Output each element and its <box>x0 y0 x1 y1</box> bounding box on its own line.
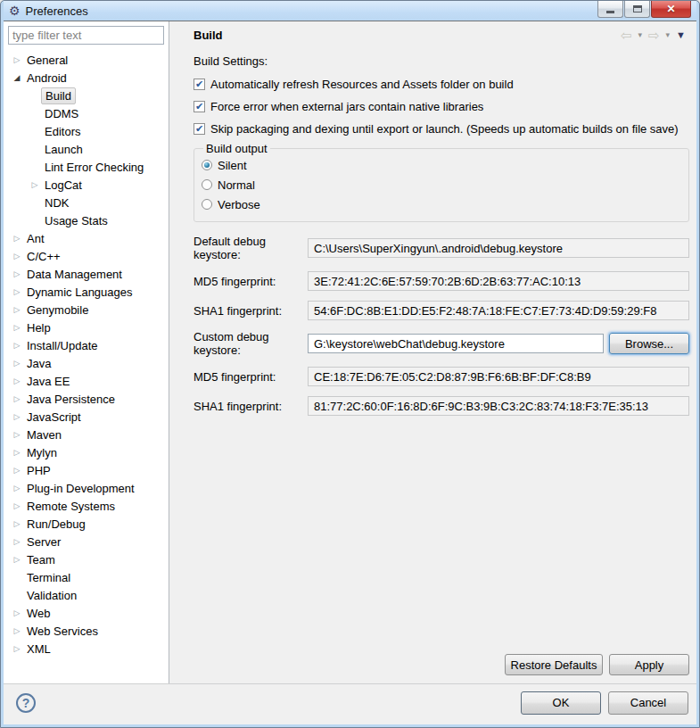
tree-item[interactable]: ▷ Data Management <box>4 265 169 283</box>
tree-twisty-icon[interactable]: ▷ <box>11 395 23 403</box>
radio-button[interactable] <box>202 160 212 170</box>
tree-item[interactable]: ▷ JavaScript <box>4 408 169 426</box>
help-button[interactable]: ? <box>16 693 36 713</box>
checkbox-label[interactable]: Force error when external jars contain n… <box>210 100 483 113</box>
cancel-button[interactable]: Cancel <box>608 691 688 715</box>
tree-item-label[interactable]: NDK <box>41 195 72 211</box>
tree-twisty-icon[interactable]: ▷ <box>11 288 23 296</box>
tree-item-label[interactable]: XML <box>23 641 54 657</box>
tree-item[interactable]: ▷ PHP <box>4 461 169 479</box>
tree-item-label[interactable]: Java Persistence <box>23 392 119 407</box>
forward-button[interactable]: ⇨ <box>648 29 660 42</box>
tree-twisty-icon[interactable]: ▷ <box>11 252 23 261</box>
tree-item-label[interactable]: Build <box>41 87 76 104</box>
close-button[interactable]: ✕ <box>651 1 691 18</box>
tree-item-label[interactable]: DDMS <box>41 106 82 121</box>
tree-twisty-icon[interactable]: ▷ <box>11 502 23 510</box>
tree-twisty-icon[interactable]: ▷ <box>11 235 23 243</box>
radio-button[interactable] <box>202 199 212 210</box>
tree-twisty-icon[interactable]: ▷ <box>11 360 23 368</box>
tree-item[interactable]: ▷ Maven <box>4 426 169 443</box>
tree-twisty-icon[interactable]: ▷ <box>11 449 23 457</box>
tree-item-label[interactable]: Android <box>23 70 70 86</box>
tree-item-label[interactable]: Ant <box>23 231 48 246</box>
tree-item[interactable]: NDK <box>4 194 169 211</box>
tree-twisty-icon[interactable]: ▷ <box>11 342 23 350</box>
tree-twisty-icon[interactable]: ▷ <box>11 556 23 564</box>
tree-item-label[interactable]: Server <box>23 534 64 550</box>
checkbox-label[interactable]: Skip packaging and dexing until export o… <box>210 122 679 136</box>
tree-item[interactable]: ▷ C/C++ <box>4 247 169 265</box>
tree-item[interactable]: ▷ Remote Systems <box>4 497 169 515</box>
radio-button[interactable] <box>202 179 212 190</box>
tree-twisty-icon[interactable]: ▷ <box>11 306 23 314</box>
maximize-button[interactable] <box>624 1 650 18</box>
checkbox[interactable]: ✔ <box>194 79 205 90</box>
tree-item[interactable]: Editors <box>4 122 169 140</box>
radio-label[interactable]: Verbose <box>218 198 260 211</box>
tree-item[interactable]: Usage Stats <box>4 211 169 229</box>
field-input[interactable] <box>308 271 689 291</box>
tree-twisty-icon[interactable]: ▷ <box>11 520 23 528</box>
tree-item[interactable]: ▷ Web Services <box>4 622 169 640</box>
tree-item-label[interactable]: Java <box>23 356 54 371</box>
tree-item[interactable]: ▷ Genymobile <box>4 301 169 318</box>
tree-item-label[interactable]: Plug-in Development <box>23 481 138 496</box>
tree-item[interactable]: ▷ General <box>4 51 169 69</box>
browse-button[interactable]: Browse... <box>609 333 689 354</box>
tree-item[interactable]: ▷ Team <box>4 550 169 568</box>
minimize-button[interactable] <box>597 1 623 18</box>
tree-twisty-icon[interactable]: ◢ <box>11 74 23 82</box>
tree-item-label[interactable]: Lint Error Checking <box>41 160 147 175</box>
tree-item-label[interactable]: C/C++ <box>23 249 64 264</box>
tree-item-label[interactable]: Web Services <box>23 624 102 639</box>
tree-twisty-icon[interactable]: ▷ <box>11 377 23 385</box>
tree-item-label[interactable]: Team <box>23 552 59 567</box>
field-input[interactable] <box>308 367 689 386</box>
view-menu-button[interactable]: ▼ <box>676 30 686 40</box>
tree-item-label[interactable]: Maven <box>23 427 65 443</box>
tree-item[interactable]: ▷ Dynamic Languages <box>4 283 169 301</box>
tree-item[interactable]: ▷ Java <box>4 354 169 372</box>
tree-item[interactable]: ▷ Ant <box>4 229 169 247</box>
tree-twisty-icon[interactable]: ▷ <box>11 56 23 64</box>
tree-item-label[interactable]: Run/Debug <box>23 517 89 532</box>
tree-item-label[interactable]: Java EE <box>23 374 73 389</box>
tree-twisty-icon[interactable]: ▷ <box>11 467 23 475</box>
tree-twisty-icon[interactable]: ▷ <box>11 627 23 635</box>
tree-item[interactable]: ▷ Java Persistence <box>4 390 169 408</box>
tree-item-label[interactable]: JavaScript <box>23 410 85 425</box>
field-input[interactable] <box>308 334 604 353</box>
tree-item[interactable]: ▷ LogCat <box>4 176 169 194</box>
ok-button[interactable]: OK <box>521 691 601 715</box>
tree-twisty-icon[interactable]: ▷ <box>11 270 23 278</box>
tree-item-label[interactable]: Web <box>23 606 54 621</box>
tree-twisty-icon[interactable]: ▷ <box>11 609 23 617</box>
apply-button[interactable]: Apply <box>609 654 689 675</box>
tree-item[interactable]: Validation <box>4 586 169 604</box>
checkbox[interactable]: ✔ <box>194 101 205 112</box>
tree-item[interactable]: DDMS <box>4 104 169 122</box>
tree-twisty-icon[interactable]: ▷ <box>29 181 41 189</box>
tree-item[interactable]: Launch <box>4 140 169 158</box>
tree-item-label[interactable]: Terminal <box>23 570 74 585</box>
tree-item[interactable]: ▷ Run/Debug <box>4 515 169 533</box>
tree-item-label[interactable]: Install/Update <box>23 338 102 353</box>
tree-item-label[interactable]: Help <box>23 320 54 335</box>
tree-item-label[interactable]: PHP <box>23 463 54 478</box>
tree-item-label[interactable]: Launch <box>41 142 86 157</box>
tree-item[interactable]: Lint Error Checking <box>4 158 169 176</box>
tree-item-label[interactable]: Validation <box>23 588 80 603</box>
back-history-dropdown[interactable]: ▾ <box>638 31 642 39</box>
tree-item-label[interactable]: Remote Systems <box>23 499 119 514</box>
tree-item-label[interactable]: Data Management <box>23 267 126 282</box>
back-button[interactable]: ⇦ <box>621 29 632 42</box>
checkbox[interactable]: ✔ <box>194 123 205 135</box>
radio-label[interactable]: Silent <box>218 159 247 172</box>
tree-item-label[interactable]: LogCat <box>41 178 86 193</box>
tree-twisty-icon[interactable]: ▷ <box>11 413 23 421</box>
tree-item[interactable]: ▷ Web <box>4 604 169 622</box>
tree-item-label[interactable]: General <box>23 53 71 68</box>
tree-item[interactable]: ▷ Mylyn <box>4 443 169 461</box>
tree-twisty-icon[interactable]: ▷ <box>11 538 23 546</box>
